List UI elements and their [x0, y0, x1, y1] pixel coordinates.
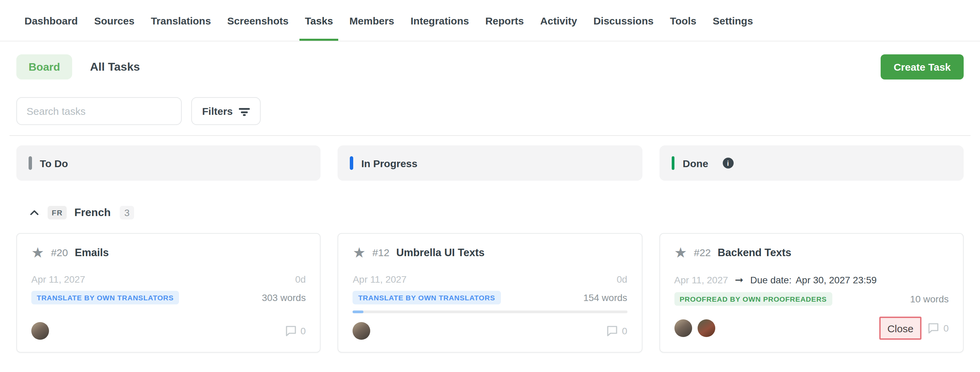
card-tag-row: PROOFREAD BY OWN PROOFREADERS 10 words	[674, 292, 949, 306]
word-count: 10 words	[910, 293, 949, 304]
comment-bubble-icon	[285, 326, 296, 336]
task-cards-row: ★ #20 Emails Apr 11, 2027 0d TRANSLATE B…	[16, 233, 964, 353]
task-card-umbrella-ui-texts[interactable]: ★ #12 Umbrella UI Texts Apr 11, 2027 0d …	[338, 233, 643, 353]
filter-icon	[239, 106, 250, 116]
column-in-progress: In Progress	[338, 146, 643, 181]
tab-tools[interactable]: Tools	[670, 0, 697, 41]
page: DashboardSourcesTranslationsScreenshotsT…	[0, 0, 980, 372]
comments-control[interactable]: 0	[285, 326, 306, 336]
language-name: French	[75, 207, 111, 219]
start-date: Apr 11, 2027	[674, 274, 728, 285]
comment-count: 0	[622, 326, 627, 336]
tab-discussions[interactable]: Discussions	[593, 0, 654, 41]
task-id: #12	[372, 247, 389, 258]
task-title[interactable]: Umbrella UI Texts	[396, 246, 485, 258]
task-type-badge: TRANSLATE BY OWN TRANSLATORS	[31, 291, 179, 304]
comment-count: 0	[943, 323, 949, 334]
in-progress-color-bar	[350, 156, 353, 170]
task-count-badge: 3	[119, 206, 134, 220]
task-title[interactable]: Emails	[75, 246, 109, 258]
todo-label: To Do	[40, 157, 68, 169]
done-label: Done	[682, 157, 708, 169]
card-footer: 0	[31, 322, 306, 340]
column-todo: To Do	[16, 146, 321, 181]
comments-control[interactable]: 0	[606, 326, 627, 336]
board-view-toggle[interactable]: Board	[16, 54, 72, 79]
duration: 0d	[295, 274, 306, 285]
create-task-button[interactable]: Create Task	[881, 54, 964, 79]
card-footer: Close 0	[674, 317, 949, 340]
progress-bar-fill	[353, 310, 364, 313]
language-code-badge: FR	[48, 206, 67, 220]
tab-dashboard[interactable]: Dashboard	[24, 0, 78, 41]
column-headers: To Do In Progress Done i	[16, 146, 964, 181]
task-title[interactable]: Backend Texts	[718, 246, 791, 258]
card-title-row: ★ #22 Backend Texts	[674, 245, 949, 260]
all-tasks-view-toggle[interactable]: All Tasks	[90, 60, 140, 74]
column-done: Done i	[659, 146, 964, 181]
task-card-emails[interactable]: ★ #20 Emails Apr 11, 2027 0d TRANSLATE B…	[16, 233, 321, 353]
filters-label: Filters	[202, 105, 233, 117]
tab-reports[interactable]: Reports	[485, 0, 524, 41]
card-date-row: Apr 11, 2027 ➞ Due date: Apr 30, 2027 23…	[674, 274, 949, 286]
star-icon[interactable]: ★	[674, 245, 687, 260]
top-navigation: DashboardSourcesTranslationsScreenshotsT…	[0, 0, 980, 41]
in-progress-label: In Progress	[361, 157, 417, 169]
task-type-badge: TRANSLATE BY OWN TRANSLATORS	[353, 291, 501, 304]
tab-translations[interactable]: Translations	[151, 0, 211, 41]
assignee-avatar[interactable]	[353, 322, 371, 340]
due-date-value: Apr 30, 2027 23:59	[795, 274, 877, 285]
word-count: 154 words	[583, 292, 627, 303]
arrow-right-icon: ➞	[735, 274, 743, 286]
assignee-avatars	[353, 322, 371, 340]
tab-integrations[interactable]: Integrations	[411, 0, 469, 41]
card-footer: 0	[353, 322, 627, 340]
task-id: #20	[51, 247, 68, 258]
comments-control[interactable]: 0	[928, 323, 949, 334]
duration: 0d	[617, 274, 627, 285]
kanban-board: To Do In Progress Done i FR French 3	[0, 146, 980, 353]
collapse-chevron-up-icon[interactable]	[28, 207, 40, 219]
assignee-avatars	[674, 319, 715, 337]
word-count: 303 words	[262, 292, 305, 303]
task-type-badge: PROOFREAD BY OWN PROOFREADERS	[674, 292, 832, 306]
card-date-row: Apr 11, 2027 0d	[31, 274, 306, 285]
tab-tasks[interactable]: Tasks	[305, 0, 333, 41]
assignee-avatar[interactable]	[674, 319, 692, 337]
tab-screenshots[interactable]: Screenshots	[227, 0, 288, 41]
task-id: #22	[694, 247, 711, 258]
search-row: Filters	[16, 97, 964, 125]
assignee-avatar[interactable]	[31, 322, 49, 340]
comment-bubble-icon	[606, 326, 618, 336]
card-tag-row: TRANSLATE BY OWN TRANSLATORS 303 words	[31, 291, 306, 304]
star-icon[interactable]: ★	[31, 245, 44, 260]
progress-bar	[353, 310, 627, 313]
card-tag-row: TRANSLATE BY OWN TRANSLATORS 154 words	[353, 291, 627, 304]
start-date: Apr 11, 2027	[353, 274, 407, 285]
language-group-row: FR French 3	[16, 206, 964, 220]
task-card-backend-texts[interactable]: ★ #22 Backend Texts Apr 11, 2027 ➞ Due d…	[659, 233, 964, 353]
comment-count: 0	[301, 326, 306, 336]
done-info-icon[interactable]: i	[722, 158, 733, 168]
filters-button[interactable]: Filters	[191, 97, 261, 125]
assignee-avatar[interactable]	[697, 319, 715, 337]
card-date-row: Apr 11, 2027 0d	[353, 274, 627, 285]
card-title-row: ★ #20 Emails	[31, 245, 306, 260]
tab-activity[interactable]: Activity	[540, 0, 577, 41]
tab-settings[interactable]: Settings	[713, 0, 753, 41]
todo-color-bar	[29, 156, 32, 170]
tab-members[interactable]: Members	[350, 0, 395, 41]
assignee-avatars	[31, 322, 49, 340]
section-divider	[10, 135, 970, 136]
toolbar: Board All Tasks Create Task	[16, 54, 964, 79]
done-color-bar	[671, 156, 675, 170]
star-icon[interactable]: ★	[353, 245, 366, 260]
search-input[interactable]	[16, 97, 182, 125]
tab-sources[interactable]: Sources	[94, 0, 134, 41]
comment-bubble-icon	[928, 323, 939, 334]
start-date: Apr 11, 2027	[31, 274, 85, 285]
due-date-label: Due date:	[750, 274, 791, 285]
close-task-button-highlighted[interactable]: Close	[879, 317, 922, 340]
card-title-row: ★ #12 Umbrella UI Texts	[353, 245, 627, 260]
